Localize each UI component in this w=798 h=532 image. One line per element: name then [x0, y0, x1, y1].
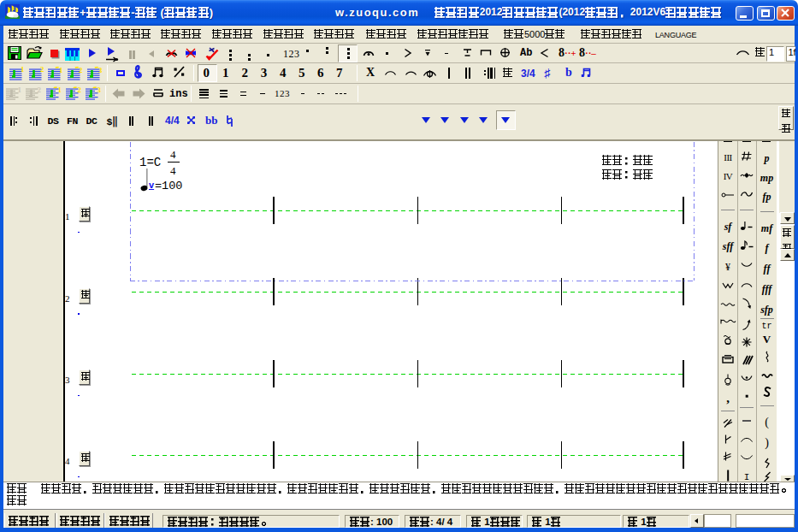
- svg-text:1: 1: [59, 66, 63, 74]
- svg-text:1: 1: [18, 86, 22, 94]
- svg-text:2: 2: [79, 66, 83, 74]
- svg-text:2: 2: [37, 86, 41, 94]
- svg-text:2: 2: [77, 86, 81, 94]
- svg-text:1: 1: [58, 86, 62, 94]
- svg-text:2: 2: [40, 65, 44, 74]
- svg-text:3: 3: [97, 86, 101, 94]
- svg-text:3: 3: [98, 66, 103, 74]
- svg-text:1: 1: [21, 65, 25, 74]
